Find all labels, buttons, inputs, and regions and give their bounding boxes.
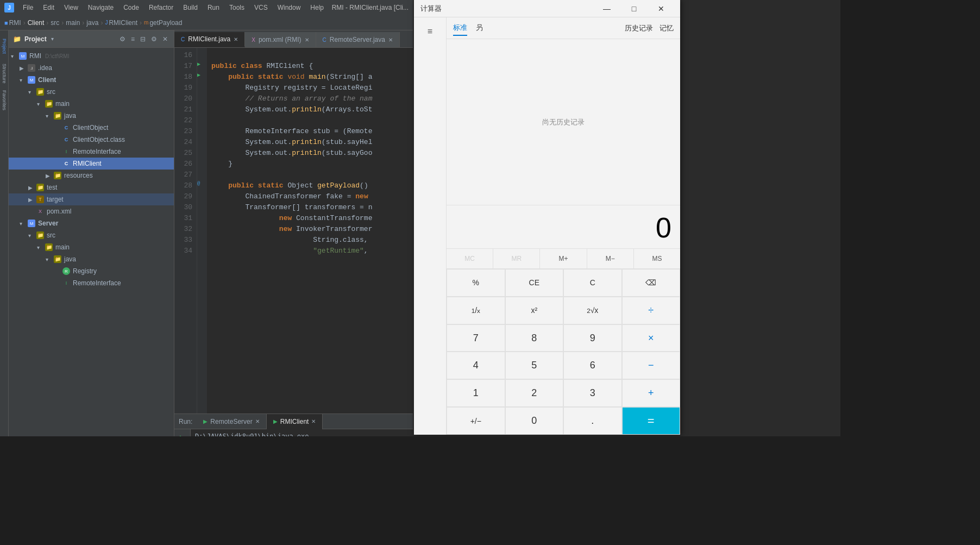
toolbar-options[interactable]: ⚙ [149, 34, 159, 44]
menu-edit[interactable]: Edit [39, 3, 59, 12]
tree-target[interactable]: ▶ T target [9, 193, 174, 205]
calc-maximize-btn[interactable]: □ [621, 0, 646, 17]
calc-6-btn[interactable]: 6 [563, 352, 622, 379]
run-btn-18[interactable]: ▶ [197, 72, 200, 78]
toolbar-sort[interactable]: ≡ [129, 34, 136, 44]
calc-nav-other[interactable]: 叧 [476, 21, 483, 36]
tree-java2[interactable]: ▾ 📁 java [9, 253, 174, 265]
tab-close-remoteserver[interactable]: ✕ [388, 37, 393, 43]
calc-mplus-btn[interactable]: M+ [540, 249, 587, 268]
run-tab-rmiclient[interactable]: ▶ RMIClient ✕ [267, 414, 323, 429]
breadcrumb-java[interactable]: java [86, 19, 98, 27]
calc-memory-tab[interactable]: 记忆 [659, 23, 674, 33]
tree-src1[interactable]: ▾ 📁 src [9, 86, 174, 98]
menu-refactor[interactable]: Refactor [145, 3, 178, 12]
calc-square-btn[interactable]: x² [505, 297, 564, 324]
calc-5-btn[interactable]: 5 [505, 352, 564, 379]
menu-run[interactable]: Run [203, 3, 224, 12]
calc-c-btn[interactable]: C [563, 269, 622, 297]
tree-pom1[interactable]: ▶ X pom.xml [9, 205, 174, 217]
tree-idea[interactable]: ▶ .i .idea [9, 62, 174, 74]
toolbar-settings[interactable]: ⚙ [118, 34, 127, 44]
breadcrumb-client[interactable]: Client [28, 19, 45, 27]
calc-sqrt-btn[interactable]: 2√x [563, 297, 622, 324]
menu-vcs[interactable]: VCS [250, 3, 272, 12]
calc-1-btn[interactable]: 1 [447, 379, 505, 407]
code-editor[interactable]: 16 17 18 19 20 21 22 23 24 25 26 27 28 2… [174, 48, 413, 414]
calc-reciprocal-btn[interactable]: 1/x [447, 297, 505, 324]
tree-clientobject[interactable]: ▶ C ClientObject [9, 122, 174, 134]
breadcrumb-rmiclient[interactable]: J RMIClient [105, 19, 137, 27]
toolbar-collapse[interactable]: ⊟ [139, 34, 147, 44]
menu-build[interactable]: Build [179, 3, 202, 12]
calc-2-btn[interactable]: 2 [505, 379, 564, 407]
calc-mminus-btn[interactable]: M− [587, 249, 634, 268]
calc-negate-btn[interactable]: +/− [447, 407, 505, 435]
calc-nav-standard[interactable]: 标准 [453, 21, 467, 36]
menu-tools[interactable]: Tools [225, 3, 249, 12]
tree-remoteinterface1[interactable]: ▶ I RemoteInterface [9, 146, 174, 158]
calc-multiply-btn[interactable]: × [622, 324, 681, 352]
calc-ce-btn[interactable]: CE [505, 269, 564, 297]
calc-decimal-btn[interactable]: . [563, 407, 622, 435]
tree-remoteinterface2[interactable]: ▶ I RemoteInterface [9, 277, 174, 289]
calc-3-btn[interactable]: 3 [563, 379, 622, 407]
run-tab-close-remoteserver[interactable]: ✕ [255, 418, 260, 424]
calc-mc-btn[interactable]: MC [447, 249, 493, 268]
tree-rmi[interactable]: ▾ M RMI D:\ctf\RMI [9, 50, 174, 62]
tree-client[interactable]: ▾ M Client [9, 74, 174, 86]
calc-8-btn[interactable]: 8 [505, 324, 564, 352]
tab-pom[interactable]: X pom.xml (RMI) ✕ [245, 32, 316, 47]
calc-add-btn[interactable]: + [622, 379, 681, 407]
breadcrumb-rmi[interactable]: ■ RMI [4, 19, 21, 27]
tree-registry[interactable]: ▶ R Registry [9, 265, 174, 277]
calc-ms-btn[interactable]: MS [634, 249, 680, 268]
calc-divide-btn[interactable]: ÷ [622, 297, 681, 324]
breadcrumb-getpayload[interactable]: m getPayload [144, 19, 182, 27]
menu-navigate[interactable]: Navigate [84, 3, 118, 12]
tree-clientobjectclass[interactable]: ▶ C ClientObject.class [9, 134, 174, 146]
menu-view[interactable]: View [60, 3, 83, 12]
run-tab-close-rmiclient[interactable]: ✕ [311, 418, 316, 424]
calc-backspace-btn[interactable]: ⌫ [622, 269, 681, 297]
calc-history-empty: 尚无历史记录 [447, 39, 680, 205]
tab-remoteserver[interactable]: C RemoteServer.java ✕ [316, 32, 400, 47]
calc-close-btn[interactable]: ✕ [649, 0, 674, 17]
calc-mr-btn[interactable]: MR [493, 249, 540, 268]
calc-4-btn[interactable]: 4 [447, 352, 505, 379]
calc-7-btn[interactable]: 7 [447, 324, 505, 352]
tree-resources1[interactable]: ▶ 📁 resources [9, 170, 174, 181]
menu-window[interactable]: Window [273, 3, 305, 12]
calc-minimize-btn[interactable]: — [594, 0, 619, 17]
code-content[interactable]: public class RMIClient { public static v… [207, 48, 413, 414]
tab-rmiclient[interactable]: C RMIClient.java ✕ [174, 32, 245, 47]
tree-rmiclient[interactable]: ▶ C RMIClient [9, 158, 174, 170]
run-tab-remoteserver[interactable]: ▶ RemoteServer ✕ [197, 414, 266, 429]
tree-src2[interactable]: ▾ 📁 src [9, 229, 174, 241]
calc-0-btn[interactable]: 0 [505, 407, 564, 435]
calc-history-tab[interactable]: 历史记录 [625, 23, 653, 33]
project-tool-btn[interactable]: Project [0, 33, 9, 60]
calc-9-btn[interactable]: 9 [563, 324, 622, 352]
toolbar-close[interactable]: ✕ [161, 34, 169, 44]
tree-main2[interactable]: ▾ 📁 main [9, 241, 174, 253]
menu-help[interactable]: Help [306, 3, 328, 12]
calc-percent-btn[interactable]: % [447, 269, 505, 297]
favorites-tool-btn[interactable]: Favorites [0, 87, 9, 114]
calc-subtract-btn[interactable]: − [622, 352, 681, 379]
tree-server[interactable]: ▾ M Server [9, 217, 174, 229]
tree-test1[interactable]: ▶ 📁 test [9, 181, 174, 193]
run-btn-17[interactable]: ▶ [197, 61, 200, 67]
menu-file[interactable]: File [18, 3, 37, 12]
structure-tool-btn[interactable]: Structure [0, 60, 9, 87]
tab-close-pom[interactable]: ✕ [305, 37, 309, 43]
calc-equals-btn[interactable]: = [622, 407, 681, 435]
breadcrumb-main[interactable]: main [66, 19, 80, 27]
breadcrumb-src[interactable]: src [51, 19, 59, 27]
tree-main1[interactable]: ▾ 📁 main [9, 98, 174, 110]
menu-code[interactable]: Code [119, 3, 143, 12]
tree-java1[interactable]: ▾ 📁 java [9, 110, 174, 122]
calc-hamburger-btn[interactable]: ≡ [419, 22, 441, 41]
calc-memory-row: MC MR M+ M− MS [447, 249, 680, 269]
tab-close-rmiclient[interactable]: ✕ [234, 36, 238, 42]
